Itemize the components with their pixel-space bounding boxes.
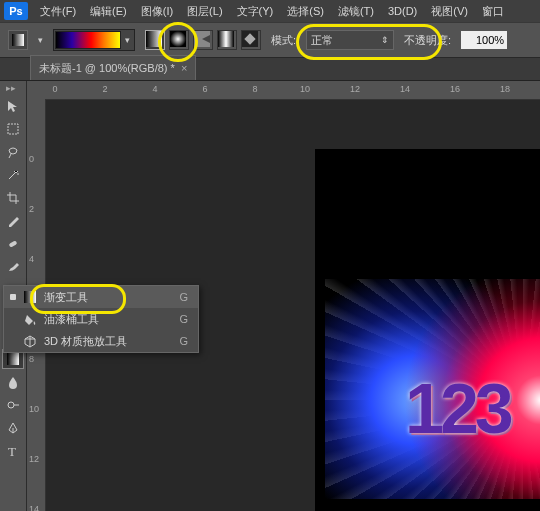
chevron-updown-icon: ⇕	[381, 35, 389, 45]
flyout-item-gradient[interactable]: 渐变工具 G	[4, 286, 198, 308]
ruler-tick: 2	[102, 84, 107, 94]
current-tool-icon[interactable]	[8, 30, 28, 50]
chevron-down-icon[interactable]: ▾	[38, 35, 43, 45]
gradient-linear-button[interactable]	[145, 30, 165, 50]
ruler-tick: 8	[252, 84, 257, 94]
tool-flyout-menu: 渐变工具 G 油漆桶工具 G 3D 材质拖放工具 G	[3, 285, 199, 353]
document-tab[interactable]: 未标题-1 @ 100%(RGB/8) * ×	[30, 55, 196, 80]
lasso-tool[interactable]	[2, 142, 24, 162]
options-bar: ▾ ▾ 模式: 正常 ⇕ 不透明度: 100%	[0, 22, 540, 58]
ruler-tick: 2	[29, 204, 34, 214]
flyout-item-3d-material[interactable]: 3D 材质拖放工具 G	[4, 330, 198, 352]
flyout-label: 油漆桶工具	[44, 312, 168, 327]
marquee-tool[interactable]	[2, 119, 24, 139]
document-tab-title: 未标题-1 @ 100%(RGB/8) *	[39, 61, 175, 76]
ruler-tick: 0	[29, 154, 34, 164]
menu-file[interactable]: 文件(F)	[34, 1, 82, 22]
flyout-item-bucket[interactable]: 油漆桶工具 G	[4, 308, 198, 330]
gradient-preset-picker[interactable]: ▾	[53, 29, 135, 51]
dodge-tool[interactable]	[2, 395, 24, 415]
ruler-tick: 10	[29, 404, 39, 414]
brush-tool[interactable]	[2, 257, 24, 277]
gradient-radial-button[interactable]	[169, 30, 189, 50]
menu-view[interactable]: 视图(V)	[425, 1, 474, 22]
blend-mode-select[interactable]: 正常 ⇕	[306, 30, 394, 50]
gradient-icon	[22, 289, 38, 305]
drop-3d-icon	[22, 333, 38, 349]
ruler-tick: 6	[202, 84, 207, 94]
gradient-diamond-button[interactable]	[241, 30, 261, 50]
blend-mode-value: 正常	[311, 33, 333, 48]
ruler-tick: 8	[29, 354, 34, 364]
ruler-tick: 12	[350, 84, 360, 94]
bucket-icon	[22, 311, 38, 327]
flyout-shortcut: G	[174, 335, 188, 347]
pen-tool[interactable]	[2, 418, 24, 438]
svg-rect-4	[218, 31, 234, 47]
document-tab-strip: 未标题-1 @ 100%(RGB/8) * ×	[0, 58, 540, 81]
svg-text:T: T	[8, 444, 16, 458]
eyedropper-tool[interactable]	[2, 211, 24, 231]
gradient-swatch	[55, 31, 121, 49]
svg-rect-8	[9, 240, 18, 247]
ruler-tick: 10	[300, 84, 310, 94]
menu-layer[interactable]: 图层(L)	[181, 1, 228, 22]
flyout-shortcut: G	[174, 313, 188, 325]
menu-image[interactable]: 图像(I)	[135, 1, 179, 22]
heal-tool[interactable]	[2, 234, 24, 254]
ruler-tick: 14	[29, 504, 39, 511]
svg-rect-1	[146, 31, 162, 47]
artwork-text: 123	[405, 369, 510, 449]
menu-bar: Ps 文件(F) 编辑(E) 图像(I) 图层(L) 文字(Y) 选择(S) 滤…	[0, 0, 540, 22]
menu-window[interactable]: 窗口	[476, 1, 510, 22]
opacity-label: 不透明度:	[404, 33, 451, 48]
selected-dot-icon	[10, 338, 16, 344]
menu-filter[interactable]: 滤镜(T)	[332, 1, 380, 22]
chevron-down-icon[interactable]: ▾	[121, 32, 133, 48]
svg-rect-14	[24, 291, 36, 303]
blur-tool[interactable]	[2, 372, 24, 392]
ruler-origin[interactable]	[27, 81, 46, 100]
ruler-tick: 0	[52, 84, 57, 94]
menu-edit[interactable]: 编辑(E)	[84, 1, 133, 22]
type-tool[interactable]: T	[2, 441, 24, 461]
artboard[interactable]: 123	[315, 149, 540, 511]
selected-dot-icon	[10, 316, 16, 322]
ruler-tick: 18	[500, 84, 510, 94]
ruler-tick: 16	[450, 84, 460, 94]
menu-3d[interactable]: 3D(D)	[382, 2, 423, 20]
close-icon[interactable]: ×	[181, 62, 187, 74]
svg-rect-0	[12, 34, 24, 46]
wand-tool[interactable]	[2, 165, 24, 185]
mode-label: 模式:	[271, 33, 296, 48]
opacity-input[interactable]: 100%	[461, 31, 507, 49]
menu-type[interactable]: 文字(Y)	[231, 1, 280, 22]
crop-tool[interactable]	[2, 188, 24, 208]
ruler-tick: 4	[152, 84, 157, 94]
svg-point-12	[8, 402, 14, 408]
move-tool[interactable]	[2, 96, 24, 116]
ruler-horizontal[interactable]: 024681012141618	[45, 81, 540, 100]
ruler-tick: 12	[29, 454, 39, 464]
svg-rect-7	[8, 124, 18, 134]
flyout-label: 3D 材质拖放工具	[44, 334, 168, 349]
menu-select[interactable]: 选择(S)	[281, 1, 330, 22]
svg-rect-11	[7, 353, 19, 365]
selected-dot-icon	[10, 294, 16, 300]
gradient-reflected-button[interactable]	[217, 30, 237, 50]
svg-rect-2	[170, 31, 186, 47]
gradient-angle-button[interactable]	[193, 30, 213, 50]
collapse-icon[interactable]: ▸▸	[6, 83, 20, 93]
ruler-tick: 4	[29, 254, 34, 264]
ruler-tick: 14	[400, 84, 410, 94]
app-logo: Ps	[4, 2, 28, 20]
flyout-label: 渐变工具	[44, 290, 168, 305]
gradient-type-group	[145, 30, 261, 50]
flyout-shortcut: G	[174, 291, 188, 303]
